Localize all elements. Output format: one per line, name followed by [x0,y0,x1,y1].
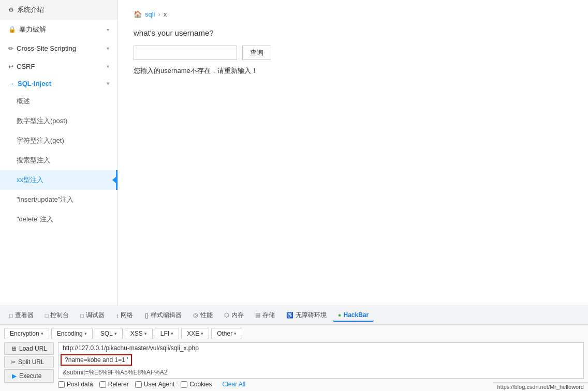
xss-label: XSS [130,330,143,337]
url-param-highlighted-wrapper: ?name=kobe and 1=1 ' [58,353,583,367]
tab-console[interactable]: □ 控制台 [40,309,75,322]
tab-memory[interactable]: ⬡ 内存 [219,309,249,322]
execute-button[interactable]: ▶ Execute [4,369,54,383]
url-lines: http://127.0.0.1/pikachu-master/vul/sqli… [58,342,584,379]
tab-inspect[interactable]: □ 查看器 [4,309,39,322]
style-icon: {} [144,312,148,319]
sidebar-sub-item-insert-update[interactable]: "insert/update"注入 [0,190,117,209]
sidebar-sub-label: "delete"注入 [17,215,53,223]
split-icon: ✂ [11,359,16,366]
username-input[interactable] [134,46,237,60]
url-main-line[interactable]: http://127.0.0.1/pikachu-master/vul/sqli… [58,343,583,353]
load-icon: 🖥 [11,345,17,352]
sidebar-sub-label: 概述 [17,97,30,105]
devtools-bar: □ 查看器 □ 控制台 □ 调试器 ↕ 网络 {} 样式编辑器 ◎ 性能 ⬡ 内… [0,306,588,324]
load-url-button[interactable]: 🖥 Load URL [4,342,54,355]
hackbar-panel: Encryption ▾ Encoding ▾ SQL ▾ XSS ▾ LFI … [0,324,588,391]
gear-icon: ⚙ [8,6,14,13]
split-url-label: Split URL [18,358,45,366]
lfi-dropdown[interactable]: LFI ▾ [155,328,179,339]
tab-label: 网络 [121,311,133,320]
arrow-icon: → [8,80,14,87]
sidebar-sub-item-delete-inject[interactable]: "delete"注入 [0,209,117,229]
user-agent-label: User Agent [144,381,174,388]
user-agent-checkbox-label[interactable]: User Agent [135,381,174,388]
xxe-label: XXE [187,330,199,337]
active-indicator-icon [112,176,116,184]
breadcrumb-separator: › [158,10,160,18]
hackbar-url-container: http://127.0.0.1/pikachu-master/vul/sqli… [58,342,584,388]
sidebar-sub-item-numeric-post[interactable]: 数字型注入(post) [0,111,117,131]
status-url-text: https://blog.csdn.net/Mr_helloword [497,384,584,390]
hackbar-side-buttons: 🖥 Load URL ✂ Split URL ▶ Execute [4,342,54,383]
sidebar-sub-item-string-get[interactable]: 字符型注入(get) [0,131,117,151]
sidebar-sub-item-overview[interactable]: 概述 [0,92,117,111]
hackbar-dot-icon: ● [338,312,342,318]
referer-checkbox[interactable] [99,381,106,388]
input-row: 查询 [134,46,572,60]
sidebar-item-label: Cross-Site Scripting [17,44,76,52]
post-data-checkbox[interactable] [58,381,65,388]
sidebar-item-xss[interactable]: ✏ Cross-Site Scripting ▾ [0,39,117,57]
tab-hackbar[interactable]: ● HackBar [333,309,374,322]
xss-dropdown[interactable]: XSS ▾ [125,328,153,339]
clear-all-button[interactable]: Clear All [223,381,246,388]
url-submit-line[interactable]: &submit=%E6%9F%A5%E8%AF%A2 [58,367,583,378]
cookies-label: Cookies [189,381,212,388]
tab-storage[interactable]: ▤ 存储 [250,309,280,322]
sidebar: ⚙ 系统介绍 🔒 暴力破解 ▾ ✏ Cross-Site Scripting ▾ [0,0,118,306]
url-param-box[interactable]: ?name=kobe and 1=1 ' [61,354,132,366]
split-url-button[interactable]: ✂ Split URL [4,356,54,368]
accessibility-icon: ♿ [286,312,293,319]
referer-checkbox-label[interactable]: Referer [99,381,129,388]
hackbar-content-row: 🖥 Load URL ✂ Split URL ▶ Execute http://… [4,342,584,388]
sidebar-sub-label: "insert/update"注入 [17,196,74,203]
other-dropdown[interactable]: Other ▾ [211,328,242,339]
dropdown-arrow-icon: ▾ [114,331,117,336]
tab-label: 存储 [262,311,275,320]
url-submit-text: &submit=%E6%9F%A5%E8%AF%A2 [63,369,167,376]
encoding-dropdown[interactable]: Encoding ▾ [51,328,93,339]
sidebar-sub-label: 数字型注入(post) [17,117,67,125]
tab-label: 样式编辑器 [151,311,182,320]
cookies-checkbox-label[interactable]: Cookies [181,381,212,388]
tab-label: 性能 [200,311,213,320]
tab-label: 内存 [231,311,244,320]
lock-icon: 🔒 [8,26,16,33]
tab-performance[interactable]: ◎ 性能 [188,309,218,322]
breadcrumb: 🏠 sqli › x [134,10,572,18]
sidebar-sub-label: xx型注入 [17,176,43,184]
dropdown-arrow-icon: ▾ [41,331,43,336]
query-button[interactable]: 查询 [242,46,271,60]
home-icon: 🏠 [134,10,142,18]
sidebar-item-sqlinject[interactable]: → SQL-Inject ▾ [0,76,117,92]
chevron-down-icon: ▾ [107,64,109,69]
sidebar-sub-item-xx-inject[interactable]: xx型注入 [0,170,117,190]
sidebar-item-bruteforce[interactable]: 🔒 暴力破解 ▾ [0,20,117,39]
xxe-dropdown[interactable]: XXE ▾ [181,328,209,339]
debugger-icon: □ [80,312,84,319]
breadcrumb-current: x [164,10,167,18]
user-agent-checkbox[interactable] [135,381,142,388]
cookies-checkbox[interactable] [181,381,187,388]
sidebar-item-system-intro[interactable]: ⚙ 系统介绍 [0,0,117,20]
tab-label: 查看器 [15,311,34,320]
encryption-label: Encryption [10,330,39,337]
tab-label: 调试器 [86,311,105,320]
tab-debugger[interactable]: □ 调试器 [75,309,110,322]
encoding-label: Encoding [57,330,83,337]
post-data-checkbox-label[interactable]: Post data [58,381,93,388]
load-url-label: Load URL [19,345,47,352]
dropdown-arrow-icon: ▾ [201,331,203,336]
encryption-dropdown[interactable]: Encryption ▾ [4,328,49,339]
console-icon: □ [45,312,49,319]
sidebar-item-csrf[interactable]: ↩ CSRF ▾ [0,57,117,76]
tab-accessibility[interactable]: ♿ 无障碍环境 [281,309,332,322]
sidebar-item-label: 系统介绍 [17,5,44,14]
tab-style-editor[interactable]: {} 样式编辑器 [139,309,186,322]
sidebar-sub-item-search-inject[interactable]: 搜索型注入 [0,151,117,170]
tab-network[interactable]: ↕ 网络 [111,309,139,322]
storage-icon: ▤ [255,312,260,319]
page-question: what's your username? [134,28,572,37]
sql-dropdown[interactable]: SQL ▾ [95,328,123,339]
